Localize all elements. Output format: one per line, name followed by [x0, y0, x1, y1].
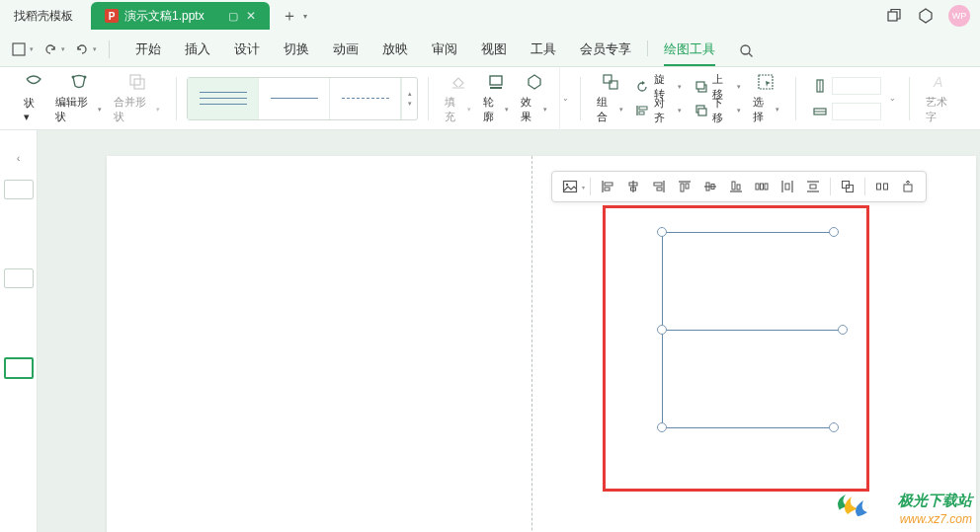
menu-tools[interactable]: 工具 [519, 40, 568, 66]
shape-handle[interactable] [657, 422, 667, 432]
chevron-down-icon: ▾ [737, 83, 741, 91]
align-icon [635, 103, 650, 118]
select-button[interactable]: 选择▾ [747, 67, 785, 129]
line-style-gallery[interactable]: ▴▾ [187, 77, 418, 120]
menu-member[interactable]: 会员专享 [568, 40, 643, 66]
ribbon-group-line-styles: ▴▾ [177, 67, 428, 129]
search-icon[interactable] [739, 43, 754, 66]
ft-align-bottom[interactable] [724, 175, 748, 198]
art-text-button[interactable]: A 艺术字 [920, 67, 962, 129]
menubar: ▾ ▾ ▾ 开始 插入 设计 切换 动画 放映 审阅 视图 工具 会员专享 绘图… [0, 32, 980, 67]
line-style-solid[interactable] [259, 78, 330, 119]
qa-redo-icon[interactable] [71, 38, 93, 60]
shape-line-top[interactable] [662, 232, 833, 233]
chevron-down-icon: ▾ [678, 107, 682, 114]
slide-thumb[interactable] [4, 180, 34, 199]
tab-templates[interactable]: 找稻壳模板 [0, 2, 87, 30]
window-restore-icon[interactable] [885, 7, 903, 25]
menu-slideshow[interactable]: 放映 [370, 40, 420, 66]
ft-group[interactable] [836, 175, 859, 198]
tab-close-icon[interactable]: ✕ [246, 9, 256, 23]
width-input[interactable] [832, 103, 881, 120]
ft-distribute-h[interactable] [750, 175, 774, 198]
chevron-down-icon[interactable]: ▾ [30, 45, 34, 53]
tab-window-icon[interactable]: ▢ [228, 10, 238, 23]
tab-document-active[interactable]: P 演示文稿1.pptx ▢ ✕ [91, 2, 270, 30]
qa-undo-icon[interactable] [40, 38, 61, 60]
shape-handle[interactable] [657, 325, 667, 335]
svg-rect-20 [759, 75, 773, 89]
shape-handle[interactable] [829, 227, 839, 237]
apps-icon[interactable] [917, 7, 935, 25]
qa-save-icon[interactable] [8, 38, 30, 60]
line-style-more[interactable]: ▴▾ [401, 78, 417, 119]
group-button[interactable]: 组合▾ [591, 67, 629, 129]
svg-point-27 [566, 184, 568, 186]
new-tab-chevron-icon[interactable]: ▾ [303, 12, 307, 21]
height-icon [812, 78, 828, 94]
outline-button[interactable]: 轮廓▾ [477, 67, 516, 129]
ft-ungroup[interactable] [870, 175, 894, 198]
shape-state-button[interactable]: 状 ▾ [18, 67, 49, 129]
effect-button[interactable]: 效果▾ [515, 67, 553, 129]
chevron-down-icon[interactable]: ▾ [93, 45, 97, 53]
align-button[interactable]: 对齐 ▾ [635, 100, 683, 121]
shape-line-bottom[interactable] [662, 427, 833, 428]
height-input[interactable] [832, 77, 881, 95]
format-launcher[interactable]: ⌄ [559, 67, 570, 130]
shape-handle[interactable] [838, 325, 848, 335]
fill-icon [449, 72, 468, 92]
menu-insert[interactable]: 插入 [173, 40, 222, 66]
collapse-panel-icon[interactable]: ‹ [17, 152, 21, 164]
height-row[interactable] [812, 75, 881, 97]
rotate-button[interactable]: 旋转 ▾ [635, 76, 683, 98]
ribbon-group-edit: 状 ▾ 编辑形状▾ 合并形状▾ [8, 67, 176, 129]
ft-image-button[interactable] [558, 175, 582, 198]
svg-rect-14 [639, 107, 647, 110]
ft-rotate[interactable] [896, 175, 920, 198]
fill-button[interactable]: 填充▾ [439, 67, 477, 129]
user-avatar[interactable]: WP [948, 5, 970, 27]
menu-review[interactable]: 审阅 [420, 40, 469, 66]
shape-line-middle[interactable] [662, 330, 842, 331]
menu-design[interactable]: 设计 [222, 40, 272, 66]
svg-rect-46 [756, 184, 759, 190]
shape-handle[interactable] [829, 422, 839, 432]
merge-shape-button[interactable]: 合并形状▾ [108, 67, 166, 129]
ft-align-right[interactable] [647, 175, 671, 198]
size-launcher[interactable]: ⌄ [887, 67, 899, 130]
ft-distribute-v[interactable] [776, 175, 799, 198]
menu-view[interactable]: 视图 [469, 40, 519, 66]
new-tab-button[interactable]: ＋ [282, 6, 297, 27]
line-style-dashed[interactable] [330, 78, 401, 119]
slide-thumb-selected[interactable] [4, 357, 34, 379]
svg-rect-30 [605, 188, 610, 190]
menu-animation[interactable]: 动画 [321, 40, 370, 66]
move-down-button[interactable]: 下移 ▾ [694, 100, 741, 121]
chevron-down-icon[interactable]: ▾ [61, 45, 65, 53]
svg-rect-7 [134, 79, 144, 89]
svg-rect-36 [657, 188, 662, 190]
ft-align-left[interactable] [596, 175, 619, 198]
menu-start[interactable]: 开始 [123, 40, 173, 66]
svg-line-3 [749, 53, 753, 57]
merge-shape-icon [127, 72, 147, 92]
line-style-triple[interactable] [188, 78, 259, 119]
move-up-button[interactable]: 上移 ▾ [694, 76, 741, 98]
slide[interactable]: ▾ [107, 156, 976, 532]
width-row[interactable] [812, 101, 881, 122]
chevron-down-icon[interactable]: ▾ [582, 184, 585, 190]
art-text-icon: A [931, 72, 950, 92]
menu-drawing-tools[interactable]: 绘图工具 [652, 40, 727, 66]
ft-align-top[interactable] [673, 175, 696, 198]
edit-shape-button[interactable]: 编辑形状▾ [49, 67, 108, 129]
ft-align-center-h[interactable] [621, 175, 645, 198]
svg-rect-0 [888, 12, 897, 21]
ft-equal-width[interactable] [801, 175, 825, 198]
ft-align-middle[interactable] [698, 175, 722, 198]
shape-handle[interactable] [657, 227, 667, 237]
menu-transition[interactable]: 切换 [272, 40, 321, 66]
slide-thumb[interactable] [4, 268, 34, 288]
ribbon-group-size: ⌄ [796, 67, 909, 129]
canvas-area[interactable]: ▾ [38, 130, 980, 532]
